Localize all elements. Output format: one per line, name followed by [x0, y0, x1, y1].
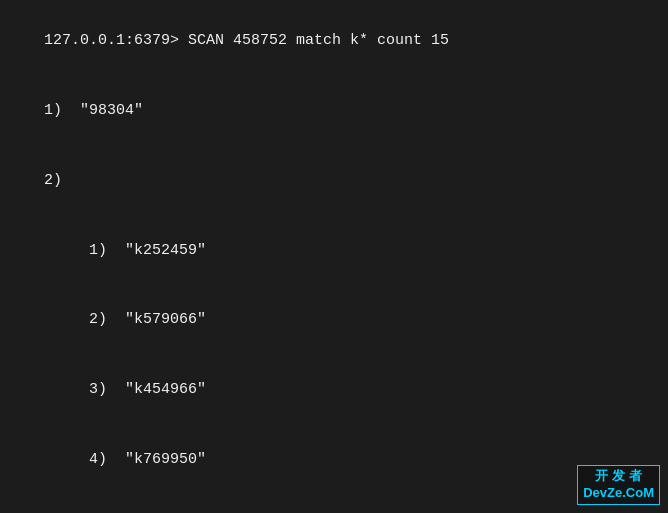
- watermark-line2: DevZe.CoM: [583, 485, 654, 502]
- command-line: 127.0.0.1:6379> SCAN 458752 match k* cou…: [8, 6, 660, 76]
- result-index-2: 2): [44, 172, 71, 189]
- terminal-window: 127.0.0.1:6379> SCAN 458752 match k* cou…: [0, 0, 668, 513]
- item-value-3: "k454966": [125, 381, 206, 398]
- result-index-1: 1): [44, 102, 80, 119]
- item-value-1: "k252459": [125, 242, 206, 259]
- result-item-5: 5) "k973391": [8, 494, 660, 513]
- result-line-1: 1) "98304": [8, 76, 660, 146]
- result-item-2: 2) "k579066": [8, 285, 660, 355]
- result-item-4: 4) "k769950": [8, 425, 660, 495]
- result-item-3: 3) "k454966": [8, 355, 660, 425]
- item-index-3: 3): [44, 381, 125, 398]
- result-line-2-header: 2): [8, 146, 660, 216]
- item-value-4: "k769950": [125, 451, 206, 468]
- result-value-1: "98304": [80, 102, 143, 119]
- item-index-1: 1): [44, 242, 125, 259]
- item-index-4: 4): [44, 451, 125, 468]
- result-item-1: 1) "k252459": [8, 215, 660, 285]
- item-value-2: "k579066": [125, 311, 206, 328]
- watermark: 开 发 者 DevZe.CoM: [577, 465, 660, 505]
- item-index-2: 2): [44, 311, 125, 328]
- watermark-line1: 开 发 者: [583, 468, 654, 485]
- prompt-text: 127.0.0.1:6379> SCAN 458752 match k* cou…: [44, 32, 449, 49]
